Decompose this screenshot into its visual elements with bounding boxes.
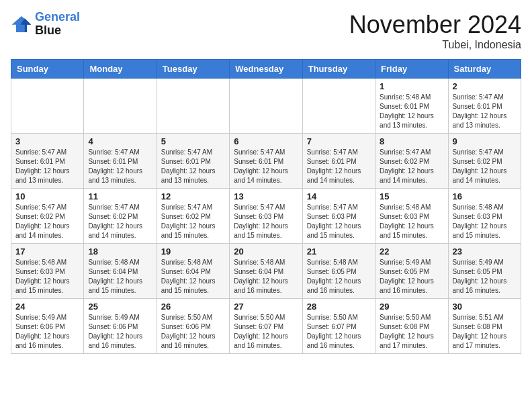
day-info: Sunrise: 5:50 AMSunset: 6:07 PMDaylight:… (234, 313, 298, 351)
weekday-header-row: SundayMondayTuesdayWednesdayThursdayFrid… (11, 60, 521, 79)
day-number: 7 (307, 136, 371, 146)
weekday-header-sunday: Sunday (11, 60, 84, 79)
day-info: Sunrise: 5:47 AMSunset: 6:02 PMDaylight:… (161, 203, 225, 240)
calendar-cell: 12Sunrise: 5:47 AMSunset: 6:02 PMDayligh… (157, 189, 229, 244)
day-number: 27 (234, 302, 298, 312)
day-number: 6 (234, 136, 298, 146)
calendar-cell: 2Sunrise: 5:47 AMSunset: 6:01 PMDaylight… (448, 79, 521, 134)
calendar-cell: 13Sunrise: 5:47 AMSunset: 6:03 PMDayligh… (230, 189, 302, 244)
calendar-cell (230, 79, 302, 134)
weekday-header-saturday: Saturday (448, 60, 521, 79)
location: Tubei, Indonesia (349, 39, 521, 51)
day-number: 20 (234, 246, 298, 257)
calendar-cell (302, 79, 375, 134)
calendar-week-3: 10Sunrise: 5:47 AMSunset: 6:02 PMDayligh… (11, 189, 521, 244)
calendar-cell: 19Sunrise: 5:48 AMSunset: 6:04 PMDayligh… (157, 244, 229, 299)
day-info: Sunrise: 5:48 AMSunset: 6:01 PMDaylight:… (380, 93, 443, 130)
month-title: November 2024 (349, 11, 521, 39)
day-number: 2 (453, 81, 517, 91)
day-number: 22 (380, 246, 443, 257)
day-number: 19 (161, 246, 225, 257)
day-number: 1 (380, 81, 443, 91)
calendar-cell: 15Sunrise: 5:48 AMSunset: 6:03 PMDayligh… (375, 189, 448, 244)
weekday-header-thursday: Thursday (302, 60, 375, 79)
day-number: 21 (307, 246, 371, 257)
calendar-week-4: 17Sunrise: 5:48 AMSunset: 6:03 PMDayligh… (11, 244, 521, 299)
calendar-cell: 30Sunrise: 5:51 AMSunset: 6:08 PMDayligh… (448, 299, 521, 354)
calendar-cell: 29Sunrise: 5:50 AMSunset: 6:08 PMDayligh… (375, 299, 448, 354)
day-info: Sunrise: 5:47 AMSunset: 6:01 PMDaylight:… (88, 148, 152, 185)
day-number: 25 (88, 302, 152, 312)
day-number: 17 (15, 246, 79, 257)
calendar-cell: 24Sunrise: 5:49 AMSunset: 6:06 PMDayligh… (11, 299, 84, 354)
calendar-cell: 20Sunrise: 5:48 AMSunset: 6:04 PMDayligh… (230, 244, 302, 299)
calendar-cell: 17Sunrise: 5:48 AMSunset: 6:03 PMDayligh… (11, 244, 84, 299)
calendar-cell: 25Sunrise: 5:49 AMSunset: 6:06 PMDayligh… (84, 299, 157, 354)
title-block: November 2024 Tubei, Indonesia (349, 11, 521, 51)
logo: GeneralBlue (11, 11, 80, 38)
calendar-cell: 8Sunrise: 5:47 AMSunset: 6:02 PMDaylight… (375, 134, 448, 189)
day-number: 4 (88, 136, 152, 146)
calendar-cell: 23Sunrise: 5:49 AMSunset: 6:05 PMDayligh… (448, 244, 521, 299)
day-info: Sunrise: 5:49 AMSunset: 6:06 PMDaylight:… (88, 313, 152, 351)
calendar-cell (11, 79, 84, 134)
day-number: 23 (453, 246, 517, 257)
calendar-cell: 14Sunrise: 5:47 AMSunset: 6:03 PMDayligh… (302, 189, 375, 244)
day-number: 26 (161, 302, 225, 312)
day-info: Sunrise: 5:47 AMSunset: 6:01 PMDaylight:… (15, 148, 79, 185)
day-info: Sunrise: 5:47 AMSunset: 6:03 PMDaylight:… (307, 203, 371, 240)
calendar-cell: 28Sunrise: 5:50 AMSunset: 6:07 PMDayligh… (302, 299, 375, 354)
day-info: Sunrise: 5:50 AMSunset: 6:07 PMDaylight:… (307, 313, 371, 351)
day-info: Sunrise: 5:48 AMSunset: 6:03 PMDaylight:… (380, 203, 443, 240)
logo-icon (11, 15, 32, 34)
day-info: Sunrise: 5:50 AMSunset: 6:08 PMDaylight:… (380, 313, 443, 351)
day-number: 13 (234, 191, 298, 201)
logo-text: GeneralBlue (35, 11, 80, 38)
day-info: Sunrise: 5:47 AMSunset: 6:02 PMDaylight:… (380, 148, 443, 185)
day-info: Sunrise: 5:48 AMSunset: 6:04 PMDaylight:… (161, 258, 225, 295)
day-info: Sunrise: 5:47 AMSunset: 6:02 PMDaylight:… (88, 203, 152, 240)
weekday-header-wednesday: Wednesday (230, 60, 302, 79)
day-number: 8 (380, 136, 443, 146)
day-number: 12 (161, 191, 225, 201)
day-number: 5 (161, 136, 225, 146)
weekday-header-monday: Monday (84, 60, 157, 79)
calendar-cell: 11Sunrise: 5:47 AMSunset: 6:02 PMDayligh… (84, 189, 157, 244)
day-number: 11 (88, 191, 152, 201)
calendar-cell: 3Sunrise: 5:47 AMSunset: 6:01 PMDaylight… (11, 134, 84, 189)
calendar-cell (84, 79, 157, 134)
day-info: Sunrise: 5:48 AMSunset: 6:03 PMDaylight:… (453, 203, 517, 240)
weekday-header-tuesday: Tuesday (157, 60, 229, 79)
calendar-cell: 10Sunrise: 5:47 AMSunset: 6:02 PMDayligh… (11, 189, 84, 244)
day-number: 16 (453, 191, 517, 201)
calendar-cell: 26Sunrise: 5:50 AMSunset: 6:06 PMDayligh… (157, 299, 229, 354)
day-number: 18 (88, 246, 152, 257)
calendar-week-2: 3Sunrise: 5:47 AMSunset: 6:01 PMDaylight… (11, 134, 521, 189)
day-info: Sunrise: 5:47 AMSunset: 6:02 PMDaylight:… (15, 203, 79, 240)
day-number: 10 (15, 191, 79, 201)
day-info: Sunrise: 5:47 AMSunset: 6:03 PMDaylight:… (234, 203, 298, 240)
day-info: Sunrise: 5:48 AMSunset: 6:04 PMDaylight:… (88, 258, 152, 295)
calendar-week-1: 1Sunrise: 5:48 AMSunset: 6:01 PMDaylight… (11, 79, 521, 134)
calendar-cell: 16Sunrise: 5:48 AMSunset: 6:03 PMDayligh… (448, 189, 521, 244)
calendar-cell: 5Sunrise: 5:47 AMSunset: 6:01 PMDaylight… (157, 134, 229, 189)
day-number: 28 (307, 302, 371, 312)
page-header: GeneralBlue November 2024 Tubei, Indones… (11, 11, 521, 51)
day-number: 9 (453, 136, 517, 146)
calendar-cell: 22Sunrise: 5:49 AMSunset: 6:05 PMDayligh… (375, 244, 448, 299)
weekday-header-friday: Friday (375, 60, 448, 79)
calendar-cell: 27Sunrise: 5:50 AMSunset: 6:07 PMDayligh… (230, 299, 302, 354)
day-number: 14 (307, 191, 371, 201)
day-info: Sunrise: 5:48 AMSunset: 6:04 PMDaylight:… (234, 258, 298, 295)
day-info: Sunrise: 5:49 AMSunset: 6:06 PMDaylight:… (15, 313, 79, 351)
day-number: 15 (380, 191, 443, 201)
day-number: 3 (15, 136, 79, 146)
day-info: Sunrise: 5:47 AMSunset: 6:01 PMDaylight:… (234, 148, 298, 185)
day-number: 30 (453, 302, 517, 312)
calendar-cell: 21Sunrise: 5:48 AMSunset: 6:05 PMDayligh… (302, 244, 375, 299)
day-info: Sunrise: 5:50 AMSunset: 6:06 PMDaylight:… (161, 313, 225, 351)
day-info: Sunrise: 5:48 AMSunset: 6:03 PMDaylight:… (15, 258, 79, 295)
calendar-cell: 1Sunrise: 5:48 AMSunset: 6:01 PMDaylight… (375, 79, 448, 134)
day-info: Sunrise: 5:47 AMSunset: 6:01 PMDaylight:… (453, 93, 517, 130)
calendar-table: SundayMondayTuesdayWednesdayThursdayFrid… (11, 59, 521, 354)
